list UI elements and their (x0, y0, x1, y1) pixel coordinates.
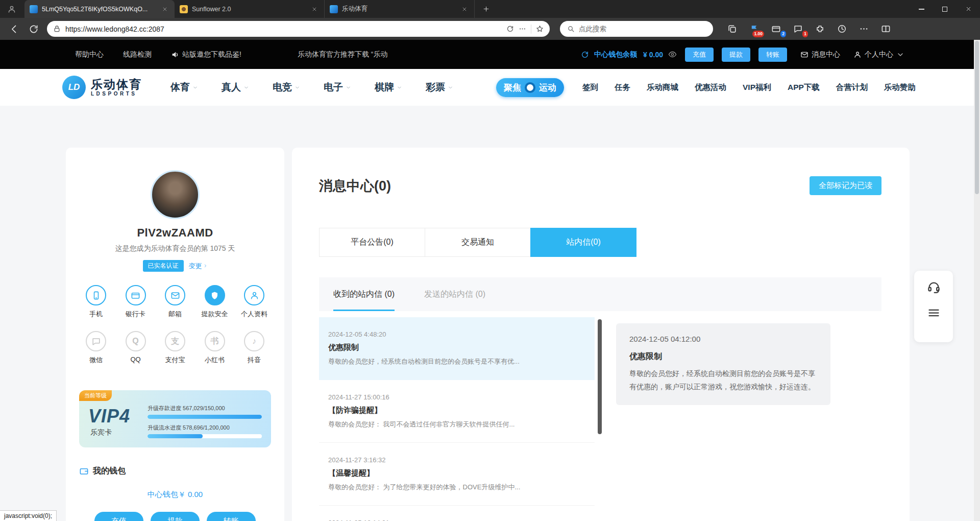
message-item-3[interactable]: 2024-11-27 3:16:32 【温馨提醒】 尊敬的会员您好： 为了给您带… (319, 443, 595, 506)
deposit-button[interactable]: 充值 (685, 48, 714, 62)
bind-email[interactable]: 邮箱 (158, 285, 192, 319)
page-scrollbar-thumb[interactable] (975, 41, 979, 194)
bind-bank-card[interactable]: 银行卡 (119, 285, 153, 319)
member-days-text: 这是您成为乐动体育会员的第 1075 天 (66, 244, 284, 253)
favorite-star-icon[interactable] (536, 25, 544, 33)
subtab-received-mail[interactable]: 收到的站内信 (0) (333, 277, 395, 311)
nav-tasks[interactable]: 任务 (615, 82, 630, 93)
floating-widget (914, 271, 953, 342)
eye-icon[interactable] (668, 50, 677, 59)
password-extension-icon[interactable]: 2 (770, 23, 781, 35)
menu-slots[interactable]: 电子 (324, 81, 351, 94)
social-douyin[interactable]: ♪抖音 (237, 331, 271, 365)
wechat-icon (91, 337, 101, 346)
change-link[interactable]: 变更 (189, 262, 208, 271)
split-screen-icon[interactable] (880, 23, 891, 35)
maximize-button[interactable] (933, 0, 957, 18)
menu-live-casino[interactable]: 真人 (222, 81, 249, 94)
nav-sponsorship[interactable]: 乐动赞助 (884, 82, 916, 93)
browser-profile-icon[interactable] (5, 3, 18, 16)
bind-personal-info[interactable]: 个人资料 (237, 285, 271, 319)
nav-vip-benefits[interactable]: VIP福利 (743, 82, 771, 93)
tab-close-icon[interactable] (460, 5, 469, 14)
secondary-nav: 签到 任务 乐动商城 优惠活动 VIP福利 APP下载 合营计划 乐动赞助 (582, 82, 916, 93)
reading-list-icon[interactable] (726, 23, 738, 35)
menu-lottery[interactable]: 彩票 (426, 81, 453, 94)
scrollbar-thumb[interactable] (598, 319, 602, 434)
profile-withdraw-button[interactable]: 提款 (151, 512, 200, 521)
social-alipay[interactable]: 支支付宝 (158, 331, 192, 365)
transfer-button[interactable]: 转账 (758, 48, 787, 62)
bind-withdraw-security[interactable]: 提款安全 (198, 285, 232, 319)
mark-all-read-button[interactable]: 全部标记为已读 (810, 176, 881, 195)
new-tab-button[interactable] (479, 2, 493, 16)
refresh-icon[interactable] (29, 24, 39, 34)
close-button[interactable] (957, 0, 980, 18)
nav-app-download[interactable]: APP下载 (788, 82, 820, 93)
message-item-4[interactable]: 2024-11-25 13:14:01 (319, 506, 595, 521)
menu-esports[interactable]: 电竞 (273, 81, 300, 94)
chat-extension-icon[interactable]: 1 (792, 23, 803, 35)
vip-card-name: 乐宾卡 (88, 428, 148, 437)
social-qq[interactable]: QQQ (119, 331, 153, 365)
subtab-sent-mail[interactable]: 发送的站内信 (0) (424, 277, 485, 311)
profile-transfer-button[interactable]: 转账 (207, 512, 256, 521)
focus-sports-banner[interactable]: 聚焦 运动 (496, 78, 564, 97)
logo-subtitle: LDSPORTS (91, 91, 142, 97)
tab-platform-announcements[interactable]: 平台公告(0) (319, 228, 425, 257)
social-xiaohongshu[interactable]: 书小红书 (198, 331, 232, 365)
url-text[interactable]: https://www.ledong842.cc:2087 (65, 25, 502, 33)
message-item-2[interactable]: 2024-11-27 15:00:16 【防诈骗提醒】 尊敬的会员您好： 我司不… (319, 380, 595, 443)
social-wechat[interactable]: 微信 (79, 331, 113, 365)
binding-row: 手机 银行卡 邮箱 提款安全 个人资料 (66, 285, 284, 319)
site-logo[interactable]: LD 乐动体育 LDSPORTS (62, 76, 142, 99)
wallet-extension-icon[interactable]: 1.00 (748, 23, 760, 35)
address-bar[interactable]: https://www.ledong842.cc:2087 (47, 21, 550, 37)
bind-phone[interactable]: 手机 (79, 285, 113, 319)
person-icon (853, 51, 862, 59)
lock-icon[interactable] (53, 25, 61, 33)
personal-center-link[interactable]: 个人中心 (853, 50, 904, 59)
menu-board-games[interactable]: 棋牌 (375, 81, 402, 94)
detail-body: 尊敬的会员您好，经系统自动检测目前您的会员账号是不享有优惠的，账户可以正常游戏，… (629, 367, 817, 394)
message-list-scrollbar[interactable] (598, 317, 602, 516)
more-options-icon[interactable] (519, 25, 526, 33)
page-scrollbar[interactable] (974, 40, 980, 521)
history-icon[interactable] (836, 23, 847, 35)
help-center-link[interactable]: 帮助中心 (75, 50, 104, 59)
avatar[interactable] (151, 170, 200, 219)
vip-card[interactable]: 当前等级 VIP4 乐宾卡 升级存款进度 567,029/150,000 升级流… (79, 390, 271, 447)
message-item-1[interactable]: 2024-12-05 4:48:20 优惠限制 尊敬的会员您好，经系统自动检测目… (319, 317, 595, 380)
nav-affiliate[interactable]: 合营计划 (836, 82, 868, 93)
tab-favicon (30, 5, 38, 13)
message-center-link[interactable]: 消息中心 (800, 50, 840, 59)
customer-service-icon[interactable] (927, 280, 941, 294)
back-icon[interactable] (9, 24, 19, 34)
browser-tab-2[interactable]: Sunflower 2.0 (175, 0, 325, 18)
line-check-link[interactable]: 线路检测 (123, 50, 152, 59)
download-promo-link[interactable]: 站版邀您下载品鉴! (171, 50, 241, 59)
nav-mall[interactable]: 乐动商城 (647, 82, 678, 93)
nav-promotions[interactable]: 优惠活动 (695, 82, 726, 93)
withdraw-button[interactable]: 提款 (722, 48, 750, 62)
minimize-button[interactable] (910, 0, 933, 18)
menu-sports[interactable]: 体育 (170, 81, 198, 94)
quick-menu-icon[interactable] (927, 306, 941, 320)
chevron-down-icon (192, 85, 198, 90)
reload-page-icon[interactable] (506, 25, 514, 33)
tab-transaction-notices[interactable]: 交易通知 (425, 228, 531, 257)
message-center-card: 消息中心(0) 全部标记为已读 平台公告(0) 交易通知 站内信(0) 收到的站… (292, 148, 910, 521)
tab-site-mail[interactable]: 站内信(0) (530, 228, 636, 257)
extensions-puzzle-icon[interactable] (814, 23, 825, 35)
chevron-down-icon (896, 51, 904, 59)
tab-close-icon[interactable] (160, 5, 169, 14)
tab-close-icon[interactable] (310, 5, 319, 14)
search-input[interactable] (579, 25, 696, 33)
profile-deposit-button[interactable]: 充值 (94, 512, 143, 521)
nav-checkin[interactable]: 签到 (582, 82, 598, 93)
browser-tab-3[interactable]: 乐动体育 (325, 0, 475, 18)
search-box[interactable] (560, 21, 713, 37)
browser-tab-1[interactable]: 5LmQ5Yqo5L2T6IKyfOS5kOWKqO... (24, 0, 175, 18)
wallet-refresh-icon[interactable] (581, 51, 589, 59)
browser-menu-icon[interactable] (858, 23, 869, 35)
